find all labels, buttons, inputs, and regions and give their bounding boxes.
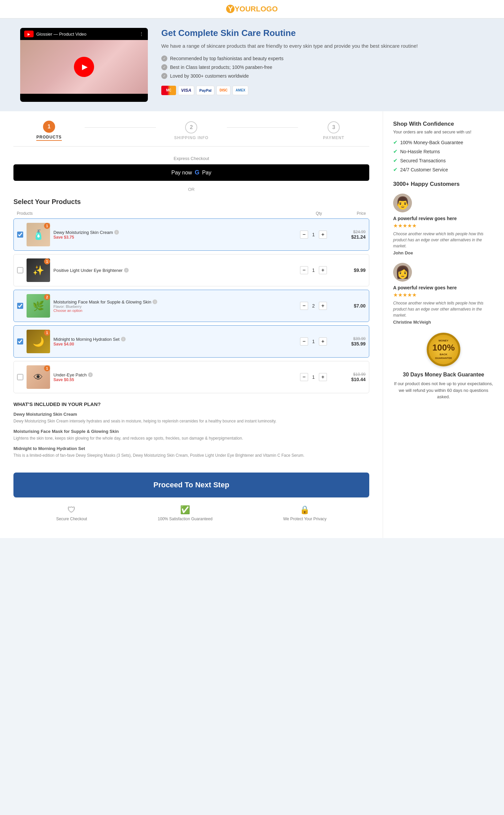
- main-layout: 1 PRODUCTS 2 SHIPPING INFO 3 PAYMENT Exp…: [0, 111, 504, 538]
- hero-content: Get Complete Skin Care Routine We have a…: [161, 28, 484, 95]
- product-info-2: Positive Light Under Eye Brightener i: [53, 268, 295, 273]
- shield-icon: 🛡: [68, 505, 76, 515]
- product-checkbox-4[interactable]: [17, 338, 23, 344]
- product-image-5: 1 👁: [27, 365, 50, 389]
- header: YYOURLOGO: [0, 0, 504, 18]
- qty-decrease-3[interactable]: −: [300, 302, 308, 310]
- product-info-icon-2[interactable]: i: [124, 268, 129, 273]
- check-icon-3: ✓: [161, 73, 167, 79]
- price-col-3: $7.00: [332, 303, 366, 309]
- products-section: Select Your Products Products Qty Price …: [13, 198, 369, 393]
- step-divider-2: [227, 127, 298, 128]
- mastercard-icon: MC: [161, 86, 176, 95]
- mb-percentage: 100%: [432, 342, 455, 353]
- reviewer-avatar-2: 👩: [393, 263, 412, 282]
- product-info-5: Under-Eye Patch i Save $0.55: [53, 372, 295, 382]
- qty-decrease-1[interactable]: −: [300, 231, 308, 239]
- col-price: Price: [332, 211, 366, 216]
- reviewer-avatar-1: 👨: [393, 194, 412, 212]
- trust-secure-checkout: 🛡 Secure Checkout: [56, 505, 87, 521]
- left-column: 1 PRODUCTS 2 SHIPPING INFO 3 PAYMENT Exp…: [0, 111, 383, 538]
- step-payment[interactable]: 3 PAYMENT: [298, 121, 369, 140]
- product-save-1: Save $3.75: [53, 235, 295, 240]
- step-products[interactable]: 1 PRODUCTS: [13, 121, 85, 141]
- product-video[interactable]: Glossier — Product Video ⋮: [20, 28, 148, 102]
- checkout-steps: 1 PRODUCTS 2 SHIPPING INFO 3 PAYMENT: [13, 121, 369, 147]
- money-back-section: MONEY 100% BACKGUARANTEE 30 Days Money B…: [393, 333, 494, 400]
- product-row-1: 1 🧴 Dewy Moisturizing Skin Cream i Save …: [13, 218, 369, 251]
- product-info-icon-4[interactable]: i: [121, 337, 126, 341]
- products-table-header: Products Qty Price: [13, 211, 369, 216]
- review-card-2: 👩 A powerful review goes here ★★★★★ Choo…: [393, 263, 494, 325]
- mb-label-2: BACKGUARANTEE: [435, 353, 452, 360]
- qty-increase-5[interactable]: +: [319, 373, 327, 381]
- product-name-5: Under-Eye Patch i: [53, 372, 295, 377]
- confidence-item-1: ✔100% Money-Back Guarantee: [393, 139, 494, 146]
- mb-label-1: MONEY: [438, 339, 448, 342]
- play-button[interactable]: [74, 57, 94, 77]
- qty-control-4: − 1 +: [298, 337, 329, 345]
- plan-item-3: Midnight to Morning Hydration Set This i…: [13, 446, 369, 458]
- payment-icons: MC VISA PayPal DISC AMEX: [161, 86, 484, 95]
- gpay-button[interactable]: Pay now GPay: [13, 164, 369, 181]
- proceed-button[interactable]: Proceed To Next Step: [13, 473, 369, 497]
- visa-icon: VISA: [178, 86, 194, 95]
- product-info-3: Moisturising Face Mask for Supple & Glow…: [53, 299, 295, 313]
- product-checkbox-3[interactable]: [17, 303, 23, 309]
- qty-decrease-5[interactable]: −: [300, 373, 308, 381]
- qty-increase-4[interactable]: +: [319, 337, 327, 345]
- plan-item-desc-1: Dewy Moisturizing Skin Cream intensely h…: [13, 418, 369, 424]
- qty-control-3: − 2 +: [298, 302, 329, 310]
- check-icon-2: ✓: [161, 64, 167, 70]
- review-text-1: Choose another review which tells people…: [393, 231, 494, 249]
- product-badge-2: 1: [44, 258, 50, 264]
- qty-increase-3[interactable]: +: [319, 302, 327, 310]
- trust-label-2: 100% Satisfaction Guaranteed: [158, 517, 213, 521]
- product-info-4: Midnight to Morning Hydration Set i Save…: [53, 337, 295, 347]
- qty-control-5: − 1 +: [298, 373, 329, 381]
- qty-increase-1[interactable]: +: [319, 231, 327, 239]
- check-green-icon-1: ✔: [393, 139, 397, 146]
- product-info-icon-5[interactable]: i: [88, 372, 93, 377]
- step-3-label: PAYMENT: [323, 135, 344, 140]
- confidence-section: Shop With Confidence Your orders are saf…: [393, 121, 494, 173]
- product-checkbox-1[interactable]: [17, 232, 23, 238]
- product-row-3: 2 🌿 Moisturising Face Mask for Supple & …: [13, 290, 369, 322]
- qty-increase-2[interactable]: +: [319, 266, 327, 274]
- price-col-4: $39.99 $35.99: [332, 336, 366, 347]
- step-2-label: SHIPPING INFO: [174, 135, 208, 140]
- product-info-icon-1[interactable]: i: [114, 230, 119, 235]
- logo: YYOURLOGO: [226, 5, 278, 13]
- product-save-4: Save $4.00: [53, 342, 295, 347]
- product-checkbox-2[interactable]: [17, 267, 23, 273]
- confidence-item-2: ✔No-Hassle Returns: [393, 148, 494, 155]
- product-info-icon-3[interactable]: i: [153, 299, 157, 304]
- video-play-area[interactable]: [20, 40, 148, 94]
- price-current-5: $10.44: [332, 377, 366, 382]
- footer-trust: 🛡 Secure Checkout ✅ 100% Satisfaction Gu…: [13, 497, 369, 529]
- price-col-5: $10.99 $10.44: [332, 372, 366, 382]
- reviewer-name-1: John Doe: [393, 250, 494, 255]
- bullet-2: ✓Best in Class latest products; 100% par…: [161, 64, 484, 70]
- gpay-pay-label: Pay now: [171, 170, 192, 176]
- step-1-circle: 1: [43, 121, 55, 133]
- bullet-3: ✓Loved by 3000+ customers worldwide: [161, 73, 484, 79]
- product-choose-3[interactable]: Choose an option: [53, 309, 295, 313]
- hero-bullets: ✓Recommended by top fashionistas and bea…: [161, 55, 484, 79]
- plan-title: WHAT'S INCLUDED IN YOUR PLAN?: [13, 401, 369, 407]
- product-checkbox-5[interactable]: [17, 374, 23, 380]
- qty-control-2: − 1 +: [298, 266, 329, 274]
- check-green-icon-3: ✔: [393, 157, 397, 164]
- qty-value-2: 1: [310, 268, 317, 273]
- step-shipping[interactable]: 2 SHIPPING INFO: [156, 121, 227, 140]
- plan-item-1: Dewy Moisturizing Skin Cream Dewy Moistu…: [13, 412, 369, 424]
- product-name-2: Positive Light Under Eye Brightener i: [53, 268, 295, 273]
- qty-decrease-4[interactable]: −: [300, 337, 308, 345]
- check-icon: ✅: [180, 505, 190, 515]
- qty-decrease-2[interactable]: −: [300, 266, 308, 274]
- product-name-4: Midnight to Morning Hydration Set i: [53, 337, 295, 342]
- hero-description: We have a range of skincare products tha…: [161, 42, 484, 50]
- qty-value-5: 1: [310, 374, 317, 380]
- review-text-2: Choose another review which tells people…: [393, 300, 494, 318]
- product-badge-1: 1: [44, 223, 50, 229]
